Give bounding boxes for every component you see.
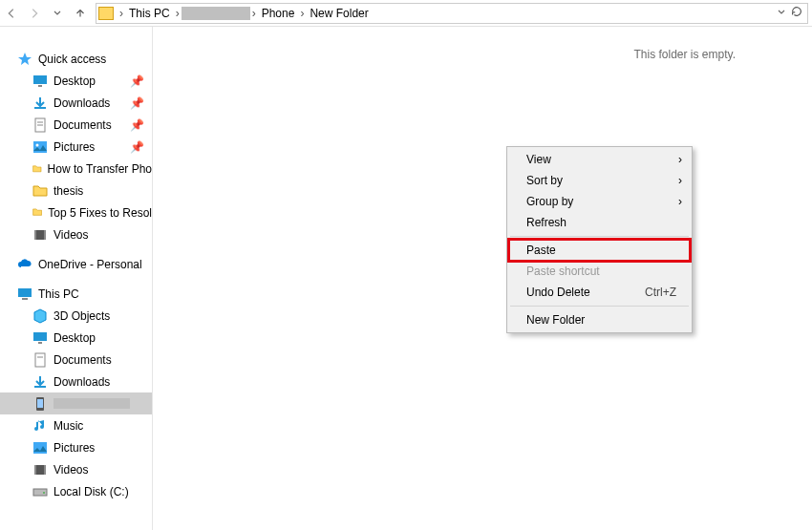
context-menu: View › Sort by › Group by › Refresh Past… [506,146,693,333]
sidebar-quick-access[interactable]: Quick access [0,48,152,70]
monitor-icon [32,331,48,345]
music-icon [32,419,48,433]
svg-rect-13 [22,298,28,300]
folder-icon [32,206,42,220]
svg-marker-0 [18,53,32,65]
sidebar-downloads[interactable]: Downloads 📌 [0,92,152,114]
svg-rect-14 [33,332,47,341]
menu-sortby[interactable]: Sort by › [509,170,690,191]
svg-rect-16 [35,353,45,367]
sidebar-videos[interactable]: Videos [0,223,152,245]
arrow-left-icon [5,7,18,20]
star-icon [17,53,32,66]
pin-icon: 📌 [130,140,152,154]
pc-icon [17,287,32,301]
arrow-right-icon [28,7,41,20]
chevron-right-icon: › [678,174,682,187]
svg-rect-10 [34,230,36,240]
main-area: Quick access Desktop 📌 Downloads 📌 Docum… [0,27,812,530]
chevron-right-icon: › [298,7,306,20]
menu-view[interactable]: View › [509,149,690,170]
menu-paste-shortcut: Paste shortcut [509,261,690,282]
svg-rect-21 [33,442,47,454]
recent-dropdown[interactable] [46,2,69,25]
pin-icon: 📌 [130,96,152,110]
folder-icon [98,7,114,20]
menu-separator [510,306,689,307]
svg-rect-20 [37,399,43,408]
svg-rect-2 [38,85,42,87]
sidebar-desktop[interactable]: Desktop 📌 [0,70,152,92]
pin-icon: 📌 [130,74,152,88]
refresh-icon[interactable] [790,5,803,21]
empty-folder-message: This folder is empty. [634,48,736,61]
svg-rect-1 [33,75,47,84]
svg-rect-25 [33,489,47,496]
sidebar-pictures[interactable]: Pictures 📌 [0,136,152,158]
sidebar-documents2[interactable]: Documents [0,349,152,371]
svg-rect-11 [44,230,46,240]
sidebar-localdisk[interactable]: Local Disk (C:) [0,480,152,502]
pin-icon: 📌 [130,118,152,132]
sidebar-howto[interactable]: How to Transfer Pho [0,158,152,180]
breadcrumb-newfolder[interactable]: New Folder [306,7,372,20]
chevron-right-icon: › [250,7,258,20]
breadcrumb-redacted[interactable] [182,7,250,20]
picture-icon [32,441,48,455]
chevron-down-icon [53,9,62,18]
svg-rect-24 [44,465,46,475]
folder-content-pane[interactable]: This folder is empty. View › Sort by › G… [153,27,812,530]
film-icon [32,228,48,242]
menu-new-folder[interactable]: New Folder [509,309,690,330]
picture-icon [32,140,48,154]
sidebar-documents[interactable]: Documents 📌 [0,114,152,136]
arrow-up-icon [74,7,87,20]
menu-groupby[interactable]: Group by › [509,191,690,212]
svg-point-8 [36,143,39,146]
document-icon [32,353,48,367]
shortcut-label: Ctrl+Z [645,286,676,299]
chevron-right-icon: › [678,153,682,166]
document-icon [32,118,48,132]
menu-paste[interactable]: Paste [509,240,690,261]
cloud-icon [17,258,32,271]
sidebar-thispc[interactable]: This PC [0,283,152,305]
chevron-right-icon: › [174,7,182,20]
svg-rect-18 [34,386,46,388]
breadcrumb-phone[interactable]: Phone [258,7,299,20]
sidebar-pictures2[interactable]: Pictures [0,436,152,458]
monitor-icon [32,74,48,88]
svg-point-26 [43,492,45,494]
sidebar-top5[interactable]: Top 5 Fixes to Resol [0,201,152,223]
folder-icon [32,184,48,198]
up-button[interactable] [69,2,92,25]
sidebar-music[interactable]: Music [0,414,152,436]
svg-rect-23 [34,465,36,475]
svg-rect-7 [33,141,47,153]
nav-toolbar: › This PC › › Phone › New Folder [0,0,812,27]
sidebar-desktop2[interactable]: Desktop [0,327,152,349]
sidebar-3dobjects[interactable]: 3D Objects [0,305,152,327]
svg-rect-15 [38,342,42,344]
sidebar-videos2[interactable]: Videos [0,458,152,480]
svg-rect-12 [18,288,32,297]
sidebar-thesis[interactable]: thesis [0,180,152,201]
menu-refresh[interactable]: Refresh [509,212,690,233]
cube-icon [32,309,48,323]
sidebar-phone-device[interactable] [0,392,152,414]
navigation-pane: Quick access Desktop 📌 Downloads 📌 Docum… [0,27,153,530]
svg-rect-3 [34,107,46,109]
download-icon [32,96,48,110]
sidebar-downloads2[interactable]: Downloads [0,371,152,392]
download-icon [32,375,48,389]
back-button[interactable] [0,2,23,25]
disk-icon [32,485,48,498]
chevron-right-icon: › [118,7,125,20]
sidebar-onedrive[interactable]: OneDrive - Personal [0,253,152,275]
forward-button[interactable] [23,2,46,25]
menu-undo-delete[interactable]: Undo Delete Ctrl+Z [509,282,690,303]
chevron-down-icon[interactable] [777,7,786,20]
address-bar[interactable]: › This PC › › Phone › New Folder [96,3,808,24]
phone-icon [32,397,48,411]
breadcrumb-thispc[interactable]: This PC [125,7,174,20]
